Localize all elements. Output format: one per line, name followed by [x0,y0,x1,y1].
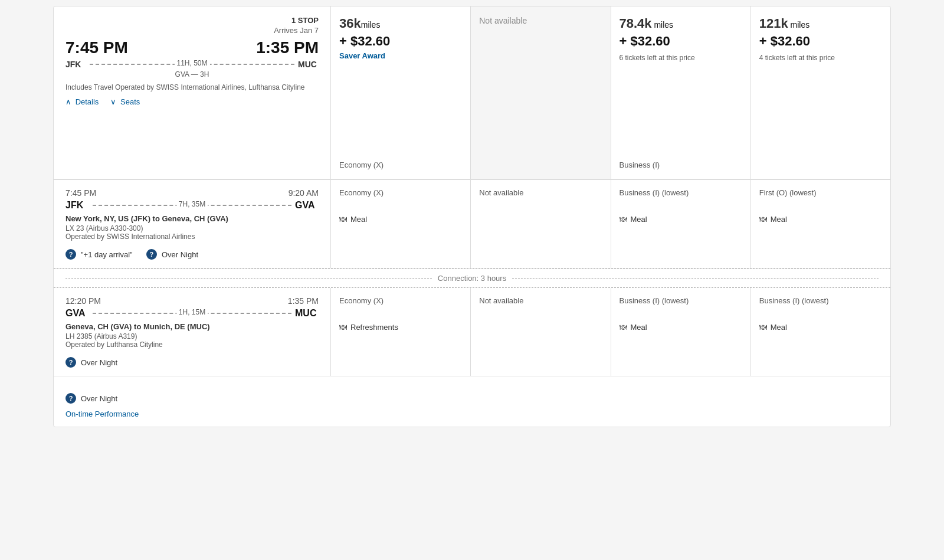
fare-business-inner: 78.4k miles + $32.60 6 tickets left at t… [620,16,742,169]
connection-label: Connection: 3 hours [438,274,506,283]
seg2-fare-economy: Economy (X) 🍽 Refreshments [331,288,471,376]
seg2-notavail-label: Not available [479,296,602,305]
seg2-overnight-row: ? Over Night [65,357,319,368]
fare-economy-inner: 36kmiles + $32.60 Saver Award Economy (X… [339,16,462,169]
chevron-down-icon: ∨ [110,97,116,106]
seg2-duration: 1H, 15M [176,308,208,316]
fare-business-col[interactable]: 78.4k miles + $32.60 6 tickets left at t… [611,6,751,179]
seg1-fare-business: Business (I) (lowest) 🍽 Meal [611,180,751,268]
seg1-fare-notavail: Not available [471,180,611,268]
cabin-class-business: Business (I) [620,156,742,169]
seats-link[interactable]: ∨ Seats [110,97,140,106]
plus1day-label: "+1 day arrival" [81,250,133,259]
seg2-overnight-icon: ? [65,357,76,368]
segment-2-info: 12:20 PM 1:35 PM GVA 1H, 15M MUC Geneva,… [54,288,331,376]
seg1-operator: Operated by SWISS International Airlines [65,232,319,241]
seg2-times-row: 12:20 PM 1:35 PM [65,296,319,306]
seg1-meal-first: 🍽 Meal [759,215,882,224]
flight-info-panel: 1 STOP Arrives Jan 7 7:45 PM 1:35 PM JFK… [54,6,331,179]
seg2-operator: Operated by Lufthansa Cityline [65,340,319,349]
seg2-dep-airport: GVA [65,308,89,319]
cabin-class-economy: Economy (X) [339,156,462,169]
seg2-meal-business: 🍽 Meal [620,323,742,332]
overnight-info-icon: ? [146,249,157,260]
seg1-arr-airport: GVA [295,200,319,211]
tickets-left-business: 6 tickets left at this price [620,54,742,62]
layover-label: GVA — 3H [65,70,319,78]
arr-airport: MUC [298,60,319,69]
segment-2-block: 12:20 PM 1:35 PM GVA 1H, 15M MUC Geneva,… [54,288,890,376]
tickets-left-first: 4 tickets left at this price [759,54,882,62]
stops-label: 1 STOP [65,16,319,25]
connection-divider: Connection: 3 hours [54,268,890,288]
seg1-route-row: JFK 7H, 35M GVA [65,200,319,211]
seg2-dep-time: 12:20 PM [65,296,101,306]
saver-award-badge: Saver Award [339,51,462,60]
fare-unavailable-inner: Not available [479,16,602,169]
meal-icon-business: 🍽 [620,215,627,224]
first-miles: 121k miles [759,16,882,31]
seg2-meal-economy: 🍽 Refreshments [339,323,462,332]
seg1-duration: 7H, 35M [176,200,208,208]
details-link[interactable]: ∧ Details [65,97,99,106]
meal-icon-business-seg2: 🍽 [620,323,627,332]
seg1-arr-time: 9:20 AM [289,188,319,198]
meal-icon-economy: 🍽 [339,215,347,224]
seg2-arr-time: 1:35 PM [288,296,319,306]
flight-detail-section: 7:45 PM 9:20 AM JFK 7H, 35M GVA New York… [54,179,890,427]
seg2-route-row: GVA 1H, 15M MUC [65,308,319,319]
connection-dashes-right [512,278,879,279]
seg2-arr-airport: MUC [295,308,319,319]
seg1-fare-business-cabin: Business (I) (lowest) [620,188,742,197]
bottom-section: ? Over Night On-time Performance [54,376,890,427]
flight-summary-row: 1 STOP Arrives Jan 7 7:45 PM 1:35 PM JFK… [54,6,890,179]
not-available-label: Not available [479,16,602,25]
seg2-flight-num: LH 2385 (Airbus A319) [65,332,319,340]
connection-dashes-left [65,278,432,279]
miles-amount: 36kmiles [339,16,462,31]
seg2-meal-first: 🍽 Meal [759,323,882,332]
operator-text: Includes Travel Operated by SWISS Intern… [65,83,319,91]
seg1-dep-airport: JFK [65,200,89,211]
seg2-fare-first: Business (I) (lowest) 🍽 Meal [751,288,890,376]
arrives-label: Arrives Jan 7 [65,26,319,35]
dep-airport: JFK [65,60,86,69]
detail-links: ∧ Details ∨ Seats [65,97,319,106]
plus1day-info-icon: ? [65,249,76,260]
fare-first-inner: 121k miles + $32.60 4 tickets left at th… [759,16,882,169]
seg2-dashed: 1H, 15M [93,313,291,314]
cash-amount-economy: + $32.60 [339,34,462,49]
bottom-overnight-row: ? Over Night [65,393,879,404]
meal-icon-economy-seg2: 🍽 [339,323,347,332]
seg2-fare-notavail: Not available [471,288,611,376]
ontime-link[interactable]: On-time Performance [65,410,879,418]
meal-icon-first: 🍽 [759,215,767,224]
seg2-fare-economy-cabin: Economy (X) [339,296,462,305]
business-miles: 78.4k miles [620,16,742,31]
seg2-overnight-label: Over Night [81,358,117,367]
seg1-fare-economy-cabin: Economy (X) [339,188,462,197]
route-row: JFK 11H, 50M MUC [65,60,319,69]
overnight-label-seg1: Over Night [162,250,198,259]
departure-time: 7:45 PM [65,38,128,57]
flight-card-container: 1 STOP Arrives Jan 7 7:45 PM 1:35 PM JFK… [53,6,891,427]
bottom-overnight-label: Over Night [81,394,117,403]
segment-1-block: 7:45 PM 9:20 AM JFK 7H, 35M GVA New York… [54,180,890,268]
seg1-dashed: 7H, 35M [93,205,291,206]
seg1-badges-row: ? "+1 day arrival" ? Over Night [65,249,319,260]
cash-amount-first: + $32.60 [759,34,882,49]
seg1-meal-economy: 🍽 Meal [339,215,462,224]
seg2-fare-business-cabin: Business (I) (lowest) [620,296,742,305]
seg2-fare-business: Business (I) (lowest) 🍽 Meal [611,288,751,376]
fare-first-col[interactable]: 121k miles + $32.60 4 tickets left at th… [751,6,890,179]
route-dashed-line: 11H, 50M [90,64,294,65]
seg1-fare-first: First (O) (lowest) 🍽 Meal [751,180,890,268]
seg1-notavail-label: Not available [479,188,602,197]
seg1-fare-economy: Economy (X) 🍽 Meal [331,180,471,268]
seg1-times-row: 7:45 PM 9:20 AM [65,188,319,198]
seg1-route-name: New York, NY, US (JFK) to Geneva, CH (GV… [65,214,319,223]
fare-economy-col[interactable]: 36kmiles + $32.60 Saver Award Economy (X… [331,6,471,179]
seg2-fare-first-cabin: Business (I) (lowest) [759,296,882,305]
chevron-up-icon: ∧ [65,97,71,106]
segment-1-info: 7:45 PM 9:20 AM JFK 7H, 35M GVA New York… [54,180,331,268]
